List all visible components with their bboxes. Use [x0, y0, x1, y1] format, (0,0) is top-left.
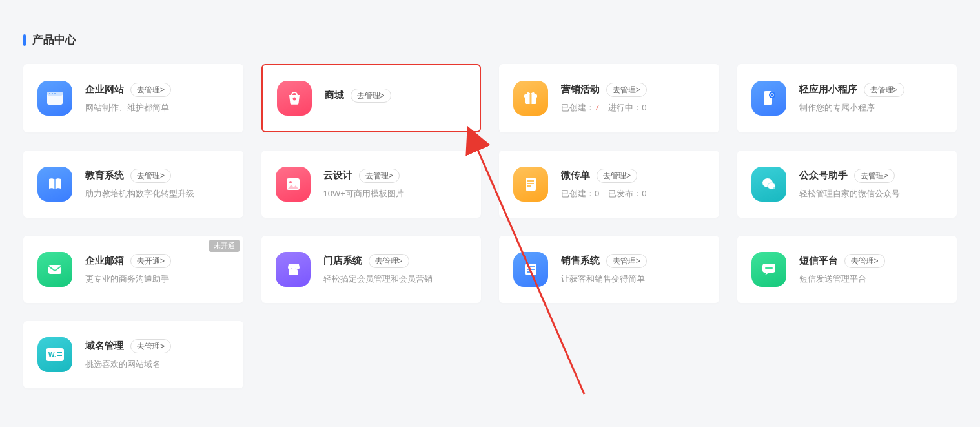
svg-rect-15: [527, 180, 534, 182]
card-title: 短信平台: [799, 255, 838, 267]
svg-rect-32: [57, 355, 62, 356]
card-title: 企业网站: [85, 83, 124, 96]
manage-button[interactable]: 去管理>: [597, 169, 637, 183]
list-icon: [513, 252, 548, 287]
card-flyer[interactable]: 微传单 去管理> 已创建：0 已发布：0: [499, 151, 719, 218]
card-miniapp[interactable]: 轻应用小程序 去管理> 制作您的专属小程序: [737, 64, 957, 132]
card-design[interactable]: 云设计 去管理> 10W+可商用模板图片: [261, 151, 482, 218]
manage-button[interactable]: 去管理>: [606, 254, 647, 269]
phone-swap-icon: [751, 81, 786, 116]
card-title: 教育系统: [85, 169, 124, 182]
manage-button[interactable]: 去管理>: [130, 169, 171, 183]
manage-button[interactable]: 去管理>: [130, 83, 171, 98]
card-title: 企业邮箱: [85, 255, 124, 267]
card-mail[interactable]: 未开通 企业邮箱 去开通> 更专业的商务沟通助手: [23, 236, 243, 303]
status-badge: 未开通: [209, 240, 240, 252]
card-marketing[interactable]: 营销活动 去管理> 已创建：7 进行中：0: [499, 64, 719, 132]
manage-button[interactable]: 去管理>: [351, 89, 391, 103]
manage-button[interactable]: 去管理>: [369, 254, 409, 269]
wechat-icon: [751, 167, 786, 202]
svg-rect-21: [48, 265, 61, 274]
svg-rect-22: [289, 269, 298, 275]
card-desc: 制作您的专属小程序: [799, 102, 943, 114]
card-title: 营销活动: [561, 83, 600, 96]
svg-rect-31: [57, 352, 62, 353]
svg-rect-8: [530, 94, 532, 104]
svg-point-5: [292, 98, 296, 101]
svg-point-4: [54, 93, 56, 94]
mail-icon: [37, 252, 72, 287]
manage-button[interactable]: 去管理>: [854, 169, 895, 183]
svg-text:W.: W.: [48, 351, 56, 359]
manage-button[interactable]: 去管理>: [864, 83, 904, 98]
book-icon: [37, 167, 72, 202]
card-desc: 助力教培机构数字化转型升级: [85, 188, 229, 200]
image-icon: [276, 167, 311, 202]
card-title: 域名管理: [85, 340, 124, 352]
card-title: 销售系统: [561, 255, 600, 267]
card-desc: 轻松管理自家的微信公众号: [799, 188, 943, 200]
card-title: 公众号助手: [799, 169, 848, 182]
card-title: 轻应用小程序: [799, 83, 857, 96]
card-website[interactable]: 企业网站 去管理> 网站制作、维护都简单: [23, 64, 243, 132]
manage-button[interactable]: 去管理>: [606, 83, 647, 98]
svg-rect-24: [527, 266, 535, 267]
svg-rect-26: [527, 271, 532, 273]
section-title-bar: [23, 34, 26, 46]
chat-icon: [751, 252, 786, 287]
card-sales[interactable]: 销售系统 去管理> 让获客和销售变得简单: [499, 236, 719, 303]
domain-icon: W.: [37, 337, 72, 372]
card-wechat[interactable]: 公众号助手 去管理> 轻松管理自家的微信公众号: [737, 151, 957, 218]
doc-icon: [513, 167, 548, 202]
gift-icon: [513, 81, 548, 116]
card-desc: 10W+可商用模板图片: [323, 188, 467, 200]
card-desc: 挑选喜欢的网站域名: [85, 359, 229, 370]
card-desc: 更专业的商务沟通助手: [85, 273, 229, 285]
svg-rect-25: [527, 269, 535, 270]
svg-rect-16: [527, 183, 534, 184]
svg-rect-17: [527, 185, 531, 187]
card-desc: 短信发送管理平台: [799, 273, 943, 285]
card-desc: 轻松搞定会员管理和会员营销: [323, 273, 467, 285]
card-edu[interactable]: 教育系统 去管理> 助力教培机构数字化转型升级: [23, 151, 243, 218]
manage-button[interactable]: 去管理>: [844, 254, 885, 269]
window-icon: [37, 81, 72, 116]
card-desc: 让获客和销售变得简单: [561, 273, 705, 285]
activate-button[interactable]: 去开通>: [130, 254, 171, 269]
section-title-text: 产品中心: [32, 32, 76, 47]
card-stats: 已创建：0 已发布：0: [561, 188, 705, 200]
bag-icon: [277, 81, 312, 116]
card-stats: 已创建：7 进行中：0: [561, 102, 705, 114]
card-title: 门店系统: [323, 255, 362, 267]
manage-button[interactable]: 去管理>: [359, 169, 400, 183]
card-mall[interactable]: 商城 去管理>: [261, 64, 482, 132]
card-desc: 网站制作、维护都简单: [85, 102, 229, 114]
manage-button[interactable]: 去管理>: [130, 339, 171, 354]
svg-point-10: [769, 92, 775, 98]
svg-point-3: [52, 93, 53, 94]
section-title: 产品中心: [23, 32, 957, 47]
card-title: 微传单: [561, 169, 590, 182]
card-title: 商城: [325, 89, 344, 101]
svg-point-2: [49, 93, 50, 94]
svg-point-13: [289, 181, 292, 183]
svg-rect-28: [765, 267, 773, 269]
card-sms[interactable]: 短信平台 去管理> 短信发送管理平台: [737, 236, 957, 303]
store-icon: [276, 252, 311, 287]
card-title: 云设计: [323, 169, 352, 182]
card-shop[interactable]: 门店系统 去管理> 轻松搞定会员管理和会员营销: [261, 236, 482, 303]
card-domain[interactable]: W. 域名管理 去管理> 挑选喜欢的网站域名: [23, 321, 243, 388]
